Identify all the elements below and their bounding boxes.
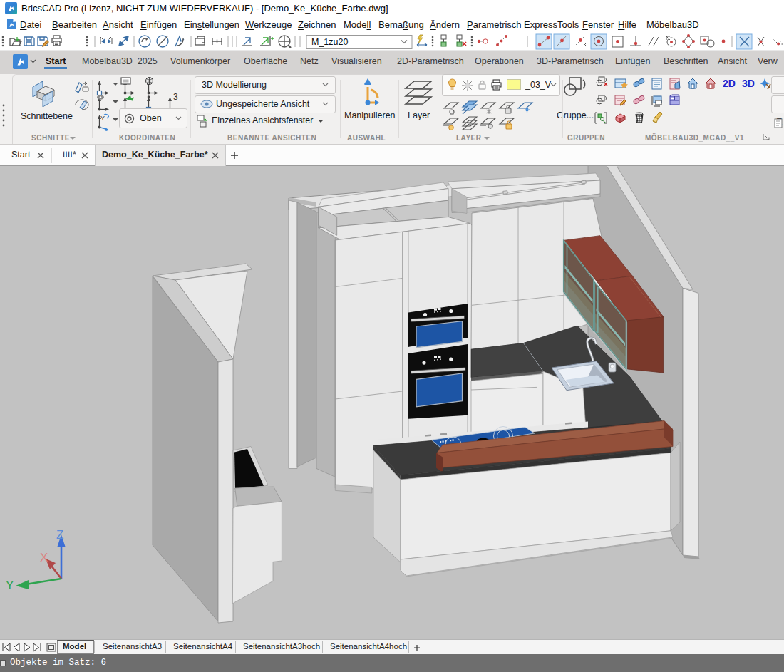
svg-text:Z: Z [56, 528, 63, 542]
svg-text:2D: 2D [723, 78, 736, 89]
svg-text:M_1zu20: M_1zu20 [311, 37, 348, 47]
svg-text:3: 3 [173, 92, 178, 102]
svg-text:Y: Y [100, 115, 105, 122]
svg-text:3D: 3D [742, 78, 755, 89]
svg-text:Y: Y [6, 579, 14, 592]
svg-text:X: X [40, 551, 48, 564]
